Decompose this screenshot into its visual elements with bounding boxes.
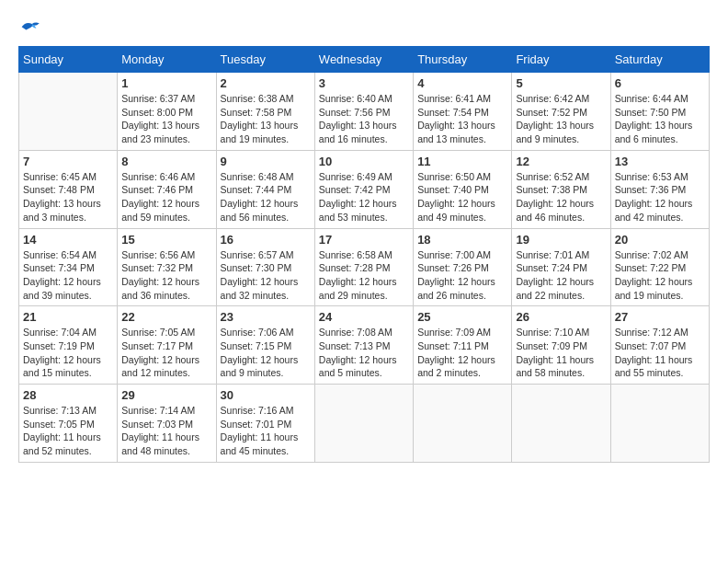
day-number: 24: [319, 310, 409, 324]
cell-info: Sunrise: 6:57 AM Sunset: 7:30 PM Dayligh…: [221, 248, 311, 303]
cell-info: Sunrise: 6:49 AM Sunset: 7:42 PM Dayligh…: [319, 170, 409, 224]
cell-info: Sunrise: 7:10 AM Sunset: 7:09 PM Dayligh…: [516, 326, 606, 380]
day-number: 8: [121, 155, 211, 168]
calendar-day-header: Sunday: [19, 47, 118, 73]
day-number: 23: [221, 310, 311, 324]
calendar-cell: 14Sunrise: 6:54 AM Sunset: 7:34 PM Dayli…: [19, 228, 118, 306]
day-number: 15: [121, 233, 211, 247]
cell-info: Sunrise: 7:01 AM Sunset: 7:24 PM Dayligh…: [516, 248, 606, 303]
cell-info: Sunrise: 7:02 AM Sunset: 7:22 PM Dayligh…: [615, 248, 705, 303]
cell-info: Sunrise: 6:50 AM Sunset: 7:40 PM Dayligh…: [417, 170, 507, 224]
calendar-cell: 28Sunrise: 7:13 AM Sunset: 7:05 PM Dayli…: [19, 385, 118, 463]
day-number: 16: [221, 233, 311, 247]
calendar-cell: 19Sunrise: 7:01 AM Sunset: 7:24 PM Dayli…: [512, 228, 610, 306]
cell-info: Sunrise: 6:42 AM Sunset: 7:52 PM Dayligh…: [516, 92, 606, 146]
calendar-cell: 22Sunrise: 7:05 AM Sunset: 7:17 PM Dayli…: [118, 306, 216, 385]
cell-info: Sunrise: 7:09 AM Sunset: 7:11 PM Dayligh…: [417, 326, 507, 380]
calendar-cell: 29Sunrise: 7:14 AM Sunset: 7:03 PM Dayli…: [118, 385, 216, 463]
cell-info: Sunrise: 6:40 AM Sunset: 7:56 PM Dayligh…: [319, 92, 409, 146]
day-number: 19: [516, 233, 606, 247]
day-number: 5: [516, 76, 606, 90]
day-number: 13: [615, 155, 705, 168]
calendar-cell: 8Sunrise: 6:46 AM Sunset: 7:46 PM Daylig…: [118, 150, 216, 228]
calendar-cell: [19, 73, 118, 151]
calendar-cell: 26Sunrise: 7:10 AM Sunset: 7:09 PM Dayli…: [512, 306, 610, 385]
calendar-cell: 2Sunrise: 6:38 AM Sunset: 7:58 PM Daylig…: [216, 73, 314, 151]
cell-info: Sunrise: 7:14 AM Sunset: 7:03 PM Dayligh…: [121, 404, 211, 458]
calendar-cell: 23Sunrise: 7:06 AM Sunset: 7:15 PM Dayli…: [216, 306, 314, 385]
cell-info: Sunrise: 6:56 AM Sunset: 7:32 PM Dayligh…: [121, 248, 211, 303]
calendar-cell: 3Sunrise: 6:40 AM Sunset: 7:56 PM Daylig…: [314, 73, 413, 151]
calendar-week-row: 14Sunrise: 6:54 AM Sunset: 7:34 PM Dayli…: [19, 228, 710, 306]
calendar-cell: [414, 385, 512, 463]
calendar-cell: [512, 385, 610, 463]
day-number: 14: [23, 233, 113, 247]
cell-info: Sunrise: 6:45 AM Sunset: 7:48 PM Dayligh…: [23, 170, 113, 224]
day-number: 26: [516, 310, 606, 324]
calendar-table: SundayMondayTuesdayWednesdayThursdayFrid…: [18, 46, 710, 463]
cell-info: Sunrise: 7:08 AM Sunset: 7:13 PM Dayligh…: [319, 326, 409, 380]
day-number: 17: [319, 233, 409, 247]
calendar-cell: 13Sunrise: 6:53 AM Sunset: 7:36 PM Dayli…: [610, 150, 709, 228]
calendar-cell: 9Sunrise: 6:48 AM Sunset: 7:44 PM Daylig…: [216, 150, 314, 228]
calendar-cell: 27Sunrise: 7:12 AM Sunset: 7:07 PM Dayli…: [610, 306, 709, 385]
calendar-cell: 17Sunrise: 6:58 AM Sunset: 7:28 PM Dayli…: [314, 228, 413, 306]
cell-info: Sunrise: 7:16 AM Sunset: 7:01 PM Dayligh…: [221, 404, 311, 458]
day-number: 9: [221, 155, 311, 168]
calendar-day-header: Friday: [512, 47, 610, 73]
calendar-cell: 20Sunrise: 7:02 AM Sunset: 7:22 PM Dayli…: [610, 228, 709, 306]
cell-info: Sunrise: 6:38 AM Sunset: 7:58 PM Dayligh…: [221, 92, 311, 146]
calendar-cell: 30Sunrise: 7:16 AM Sunset: 7:01 PM Dayli…: [216, 385, 314, 463]
calendar-cell: [610, 385, 709, 463]
day-number: 30: [221, 388, 311, 402]
day-number: 25: [417, 310, 507, 324]
day-number: 29: [121, 388, 211, 402]
day-number: 2: [221, 76, 311, 90]
cell-info: Sunrise: 7:12 AM Sunset: 7:07 PM Dayligh…: [615, 326, 705, 380]
cell-info: Sunrise: 7:13 AM Sunset: 7:05 PM Dayligh…: [23, 404, 113, 458]
calendar-cell: 12Sunrise: 6:52 AM Sunset: 7:38 PM Dayli…: [512, 150, 610, 228]
day-number: 20: [615, 233, 705, 247]
calendar-week-row: 7Sunrise: 6:45 AM Sunset: 7:48 PM Daylig…: [19, 150, 710, 228]
cell-info: Sunrise: 7:06 AM Sunset: 7:15 PM Dayligh…: [221, 326, 311, 380]
day-number: 4: [417, 76, 507, 90]
day-number: 1: [121, 76, 211, 90]
logo-bird-icon: [20, 18, 42, 37]
cell-info: Sunrise: 6:54 AM Sunset: 7:34 PM Dayligh…: [23, 248, 113, 303]
calendar-cell: 11Sunrise: 6:50 AM Sunset: 7:40 PM Dayli…: [414, 150, 512, 228]
calendar-cell: 25Sunrise: 7:09 AM Sunset: 7:11 PM Dayli…: [414, 306, 512, 385]
day-number: 7: [23, 155, 113, 168]
calendar-cell: 16Sunrise: 6:57 AM Sunset: 7:30 PM Dayli…: [216, 228, 314, 306]
calendar-cell: 6Sunrise: 6:44 AM Sunset: 7:50 PM Daylig…: [610, 73, 709, 151]
calendar-day-header: Wednesday: [314, 47, 413, 73]
cell-info: Sunrise: 7:00 AM Sunset: 7:26 PM Dayligh…: [417, 248, 507, 303]
calendar-cell: 15Sunrise: 6:56 AM Sunset: 7:32 PM Dayli…: [118, 228, 216, 306]
cell-info: Sunrise: 7:04 AM Sunset: 7:19 PM Dayligh…: [23, 326, 113, 380]
cell-info: Sunrise: 6:41 AM Sunset: 7:54 PM Dayligh…: [417, 92, 507, 146]
calendar-day-header: Thursday: [414, 47, 512, 73]
calendar-cell: 5Sunrise: 6:42 AM Sunset: 7:52 PM Daylig…: [512, 73, 610, 151]
calendar-day-header: Tuesday: [216, 47, 314, 73]
day-number: 27: [615, 310, 705, 324]
page-header: [18, 18, 710, 37]
cell-info: Sunrise: 6:48 AM Sunset: 7:44 PM Dayligh…: [221, 170, 311, 224]
calendar-cell: 7Sunrise: 6:45 AM Sunset: 7:48 PM Daylig…: [19, 150, 118, 228]
day-number: 11: [417, 155, 507, 168]
day-number: 3: [319, 76, 409, 90]
day-number: 6: [615, 76, 705, 90]
day-number: 22: [121, 310, 211, 324]
cell-info: Sunrise: 7:05 AM Sunset: 7:17 PM Dayligh…: [121, 326, 211, 380]
day-number: 18: [417, 233, 507, 247]
logo: [18, 18, 42, 37]
calendar-cell: 1Sunrise: 6:37 AM Sunset: 8:00 PM Daylig…: [118, 73, 216, 151]
calendar-cell: 10Sunrise: 6:49 AM Sunset: 7:42 PM Dayli…: [314, 150, 413, 228]
calendar-week-row: 21Sunrise: 7:04 AM Sunset: 7:19 PM Dayli…: [19, 306, 710, 385]
calendar-cell: 18Sunrise: 7:00 AM Sunset: 7:26 PM Dayli…: [414, 228, 512, 306]
day-number: 21: [23, 310, 113, 324]
calendar-cell: [314, 385, 413, 463]
cell-info: Sunrise: 6:37 AM Sunset: 8:00 PM Dayligh…: [121, 92, 211, 146]
cell-info: Sunrise: 6:46 AM Sunset: 7:46 PM Dayligh…: [121, 170, 211, 224]
cell-info: Sunrise: 6:58 AM Sunset: 7:28 PM Dayligh…: [319, 248, 409, 303]
calendar-week-row: 1Sunrise: 6:37 AM Sunset: 8:00 PM Daylig…: [19, 73, 710, 151]
calendar-cell: 21Sunrise: 7:04 AM Sunset: 7:19 PM Dayli…: [19, 306, 118, 385]
